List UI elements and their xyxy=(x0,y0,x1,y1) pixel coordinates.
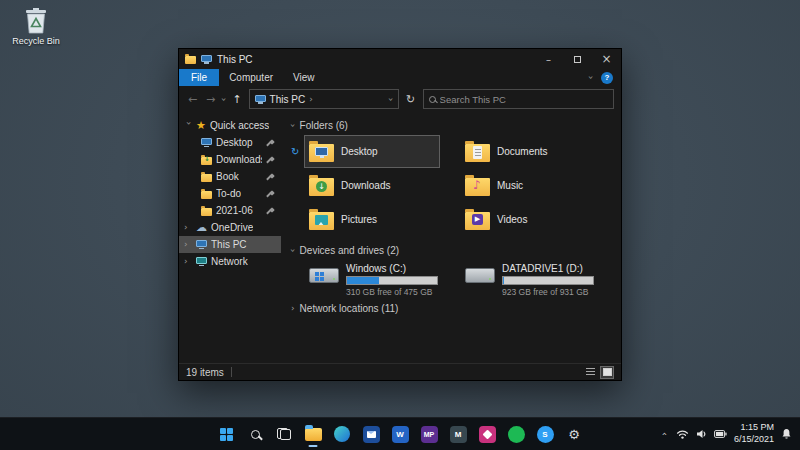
search-input[interactable] xyxy=(440,94,608,105)
tab-file[interactable]: File xyxy=(179,69,219,86)
folders-grid: Desktop Documents ↓ Downloads ♪ Music xyxy=(304,135,596,236)
thumbnail-view-button[interactable] xyxy=(600,366,614,379)
taskbar-spotify[interactable] xyxy=(503,421,529,447)
search-icon xyxy=(429,96,436,103)
status-bar: 19 items xyxy=(179,363,621,380)
sidebar-item-this-pc[interactable]: › This PC xyxy=(179,236,281,253)
ribbon-menu: File Computer View › ? xyxy=(179,69,621,86)
taskbar-clock[interactable]: 1:15 PM 6/15/2021 xyxy=(734,422,774,445)
volume-icon[interactable] xyxy=(696,429,707,439)
breadcrumb[interactable]: This PC xyxy=(270,94,306,105)
tray-expand-chevron-icon[interactable]: › xyxy=(659,432,669,436)
recent-locations-chevron-icon[interactable]: › xyxy=(219,97,228,101)
photos-icon xyxy=(479,426,496,443)
tab-computer[interactable]: Computer xyxy=(219,72,283,83)
tab-view[interactable]: View xyxy=(283,72,325,83)
help-button[interactable]: ? xyxy=(601,72,613,84)
taskbar-file-explorer[interactable] xyxy=(300,421,326,447)
quick-access-star-icon: ★ xyxy=(196,120,206,131)
folder-item-desktop[interactable]: Desktop xyxy=(304,135,440,168)
sidebar-item-2021-06[interactable]: 2021-06 xyxy=(179,202,281,219)
section-header-network-locations[interactable]: › Network locations (11) xyxy=(291,303,613,314)
downloads-folder-icon: ↓ xyxy=(201,157,212,165)
list-view-icon xyxy=(586,368,595,376)
taskbar-media-player[interactable]: MP xyxy=(416,421,442,447)
chevron-down-icon[interactable]: › xyxy=(184,122,193,130)
mail-icon xyxy=(363,426,380,443)
capacity-bar xyxy=(502,276,594,285)
sidebar-item-desktop[interactable]: Desktop xyxy=(179,134,281,151)
play-glyph-icon: ▶ xyxy=(472,214,483,225)
taskbar-mail[interactable] xyxy=(358,421,384,447)
address-dropdown-chevron-icon[interactable]: › xyxy=(386,97,395,101)
thumbnail-view-icon xyxy=(603,368,612,376)
taskbar-edge[interactable] xyxy=(329,421,355,447)
notification-bell-icon[interactable] xyxy=(781,428,792,440)
refresh-button[interactable]: ↻ xyxy=(404,93,418,106)
ribbon-expand-chevron-icon[interactable]: › xyxy=(587,76,596,80)
drive-item-d[interactable]: DATADRIVE1 (D:) 923 GB free of 931 GB xyxy=(460,260,596,294)
pin-icon xyxy=(266,190,274,198)
taskbar-search-button[interactable] xyxy=(242,421,268,447)
collapse-chevron-icon[interactable]: › xyxy=(288,249,297,253)
folder-item-videos[interactable]: ▶ Videos xyxy=(460,203,596,236)
capacity-bar xyxy=(346,276,438,285)
window-title: This PC xyxy=(217,54,253,65)
section-header-folders[interactable]: › Folders (6) xyxy=(291,120,613,131)
minimize-button[interactable]: – xyxy=(534,49,563,69)
downloads-folder-icon: ↓ xyxy=(309,178,334,196)
download-arrow-icon: ↓ xyxy=(204,156,210,163)
breadcrumb-chevron-icon[interactable]: › xyxy=(309,95,313,104)
chevron-right-icon[interactable]: › xyxy=(184,257,192,266)
folder-item-downloads[interactable]: ↓ Downloads xyxy=(304,169,440,202)
taskbar-skype[interactable]: S xyxy=(532,421,558,447)
window-controls: – × xyxy=(534,49,621,69)
drive-item-c[interactable]: Windows (C:) 310 GB free of 475 GB xyxy=(304,260,440,294)
collapse-chevron-icon[interactable]: › xyxy=(288,124,297,128)
folder-icon xyxy=(201,174,212,182)
sidebar-item-book[interactable]: Book xyxy=(179,168,281,185)
gear-icon: ⚙ xyxy=(568,428,580,441)
up-button[interactable]: ↑ xyxy=(231,94,244,105)
sidebar-item-onedrive[interactable]: › ☁ OneDrive xyxy=(179,219,281,236)
status-divider xyxy=(231,367,232,377)
chevron-right-icon[interactable]: › xyxy=(184,223,192,232)
recycle-bin[interactable]: Recycle Bin xyxy=(8,6,64,46)
taskbar-word[interactable]: W xyxy=(387,421,413,447)
taskbar-settings[interactable]: ⚙ xyxy=(561,421,587,447)
folder-item-music[interactable]: ♪ Music xyxy=(460,169,596,202)
address-input[interactable]: This PC › › xyxy=(249,89,399,109)
task-view-button[interactable] xyxy=(271,421,297,447)
media-player-icon: MP xyxy=(421,426,438,443)
spotify-icon xyxy=(508,426,525,443)
windows-logo-icon xyxy=(315,272,319,276)
taskbar-photos[interactable] xyxy=(474,421,500,447)
sidebar-item-todo[interactable]: To-do xyxy=(179,185,281,202)
diamond-glyph-icon xyxy=(482,429,492,439)
section-header-devices[interactable]: › Devices and drives (2) xyxy=(291,245,613,256)
task-view-icon xyxy=(277,428,291,440)
skype-icon: S xyxy=(537,426,554,443)
forward-button[interactable]: → xyxy=(204,94,217,105)
back-button[interactable]: ← xyxy=(186,94,199,105)
sidebar-item-quick-access[interactable]: › ★ Quick access xyxy=(179,117,281,134)
taskbar-movies[interactable]: M xyxy=(445,421,471,447)
search-box[interactable] xyxy=(423,89,614,109)
folder-item-documents[interactable]: Documents xyxy=(460,135,596,168)
sidebar-item-network[interactable]: › Network xyxy=(179,253,281,270)
folder-item-pictures[interactable]: Pictures xyxy=(304,203,440,236)
sidebar-item-downloads[interactable]: ↓ Downloads xyxy=(179,151,281,168)
maximize-button[interactable] xyxy=(563,49,592,69)
title-bar[interactable]: This PC – × xyxy=(179,49,621,69)
details-view-button[interactable] xyxy=(583,366,597,379)
documents-folder-icon xyxy=(465,144,490,162)
movies-icon: M xyxy=(450,426,467,443)
folder-icon xyxy=(201,208,212,216)
start-button[interactable] xyxy=(213,421,239,447)
drives-grid: Windows (C:) 310 GB free of 475 GB DATAD… xyxy=(304,260,596,294)
chevron-right-icon[interactable]: › xyxy=(184,240,192,249)
collapse-chevron-icon[interactable]: › xyxy=(291,304,295,313)
close-button[interactable]: × xyxy=(592,49,621,69)
battery-icon[interactable] xyxy=(714,430,727,438)
wifi-icon[interactable] xyxy=(676,429,689,439)
